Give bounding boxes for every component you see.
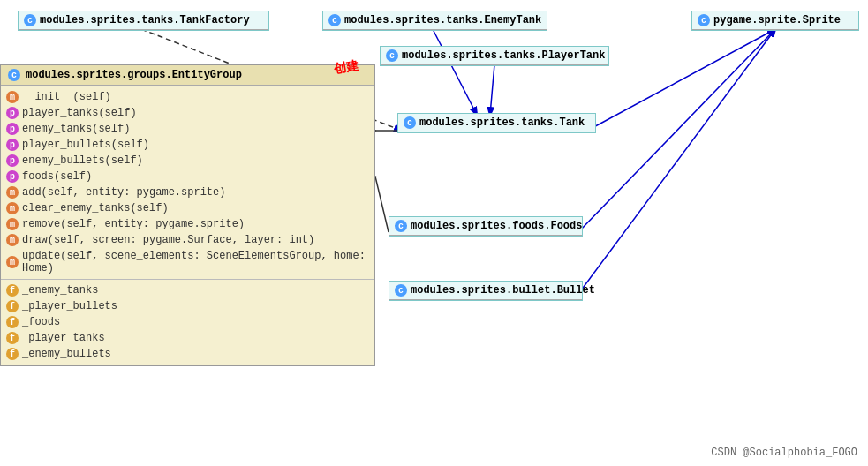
player-tank-header: c modules.sprites.tanks.PlayerTank bbox=[381, 47, 608, 65]
method-badge-add: m bbox=[6, 186, 19, 199]
method-add: m add(self, entity: pygame.sprite) bbox=[1, 184, 374, 200]
enemy-tank-badge: c bbox=[328, 14, 341, 26]
tank-factory-box: c modules.sprites.tanks.TankFactory bbox=[18, 11, 269, 31]
tank-header: c modules.sprites.tanks.Tank bbox=[398, 114, 595, 132]
method-text-clear: clear_enemy_tanks(self) bbox=[22, 202, 169, 214]
field-badge-eb: f bbox=[6, 348, 19, 360]
method-player-bullets: p player_bullets(self) bbox=[1, 137, 374, 153]
svg-line-1 bbox=[433, 29, 477, 115]
field-foods: f _foods bbox=[1, 314, 374, 330]
bullet-header: c modules.sprites.bullet.Bullet bbox=[389, 282, 582, 300]
entity-group-badge: c bbox=[8, 69, 20, 81]
method-badge-update: m bbox=[6, 256, 19, 268]
method-text-init: __init__(self) bbox=[22, 91, 111, 103]
sprite-box: c pygame.sprite.Sprite bbox=[691, 11, 859, 31]
foods-name: modules.sprites.foods.Foods bbox=[411, 220, 582, 232]
method-update: m update(self, scene_elements: SceneElem… bbox=[1, 248, 374, 276]
method-badge-clear: m bbox=[6, 202, 19, 214]
method-text-update: update(self, scene_elements: SceneElemen… bbox=[22, 250, 369, 274]
method-text-remove: remove(self, entity: pygame.sprite) bbox=[22, 218, 245, 230]
diagram-container: c modules.sprites.tanks.TankFactory c mo… bbox=[0, 0, 868, 466]
method-badge-et: p bbox=[6, 123, 19, 135]
tank-box: c modules.sprites.tanks.Tank bbox=[397, 113, 596, 133]
field-text-et: _enemy_tanks bbox=[22, 284, 98, 297]
foods-header: c modules.sprites.foods.Foods bbox=[389, 217, 582, 236]
method-badge-remove: m bbox=[6, 218, 19, 230]
method-badge-init: m bbox=[6, 91, 19, 103]
tank-badge: c bbox=[404, 116, 416, 129]
method-badge-foods: p bbox=[6, 170, 19, 183]
method-enemy-tanks: p enemy_tanks(self) bbox=[1, 121, 374, 137]
entity-group-header: c modules.sprites.groups.EntityGroup bbox=[1, 65, 374, 86]
method-text-pb: player_bullets(self) bbox=[22, 139, 149, 151]
entity-group-body: m __init__(self) p player_tanks(self) p … bbox=[1, 86, 374, 365]
bullet-name: modules.sprites.bullet.Bullet bbox=[411, 284, 595, 297]
field-text-pb: _player_bullets bbox=[22, 300, 117, 312]
field-badge-pb: f bbox=[6, 300, 19, 312]
player-tank-name: modules.sprites.tanks.PlayerTank bbox=[402, 49, 605, 62]
foods-badge: c bbox=[395, 220, 407, 232]
bullet-badge: c bbox=[395, 284, 407, 297]
method-text-foods: foods(self) bbox=[22, 170, 92, 183]
svg-line-3 bbox=[587, 29, 775, 131]
player-tank-box: c modules.sprites.tanks.PlayerTank bbox=[380, 46, 609, 66]
method-player-tanks: p player_tanks(self) bbox=[1, 105, 374, 121]
tank-factory-name: modules.sprites.tanks.TankFactory bbox=[40, 14, 250, 26]
entity-group-box: c modules.sprites.groups.EntityGroup m _… bbox=[0, 64, 375, 366]
method-enemy-bullets: p enemy_bullets(self) bbox=[1, 153, 374, 169]
entity-group-name: modules.sprites.groups.EntityGroup bbox=[26, 69, 242, 81]
method-text-pt: player_tanks(self) bbox=[22, 107, 137, 119]
svg-line-2 bbox=[490, 64, 494, 115]
sprite-name: pygame.sprite.Sprite bbox=[713, 14, 841, 26]
svg-line-5 bbox=[578, 29, 775, 294]
method-badge-pb: p bbox=[6, 139, 19, 151]
method-badge-pt: p bbox=[6, 107, 19, 119]
sprite-header: c pygame.sprite.Sprite bbox=[692, 11, 858, 30]
bullet-box: c modules.sprites.bullet.Bullet bbox=[389, 281, 583, 301]
separator bbox=[1, 279, 374, 280]
field-player-tanks: f _player_tanks bbox=[1, 330, 374, 346]
enemy-tank-name: modules.sprites.tanks.EnemyTank bbox=[344, 14, 541, 26]
tank-factory-badge: c bbox=[24, 14, 36, 26]
field-text-pt: _player_tanks bbox=[22, 332, 105, 344]
field-text-eb: _enemy_bullets bbox=[22, 348, 111, 360]
method-text-eb: enemy_bullets(self) bbox=[22, 154, 143, 167]
watermark: CSDN @Socialphobia_FOGO bbox=[711, 447, 857, 459]
method-badge-draw: m bbox=[6, 234, 19, 246]
method-draw: m draw(self, screen: pygame.Surface, lay… bbox=[1, 232, 374, 248]
method-init: m __init__(self) bbox=[1, 89, 374, 105]
field-player-bullets: f _player_bullets bbox=[1, 298, 374, 314]
field-text-foods: _foods bbox=[22, 316, 60, 328]
sprite-badge: c bbox=[698, 14, 710, 26]
field-badge-foods: f bbox=[6, 316, 19, 328]
method-text-add: add(self, entity: pygame.sprite) bbox=[22, 186, 225, 199]
foods-box: c modules.sprites.foods.Foods bbox=[389, 216, 583, 237]
field-badge-pt: f bbox=[6, 332, 19, 344]
method-text-draw: draw(self, screen: pygame.Surface, layer… bbox=[22, 234, 314, 246]
method-foods: p foods(self) bbox=[1, 169, 374, 184]
player-tank-badge: c bbox=[386, 49, 398, 62]
svg-line-9 bbox=[375, 177, 389, 232]
field-badge-et: f bbox=[6, 284, 19, 297]
method-badge-eb: p bbox=[6, 154, 19, 167]
tank-name: modules.sprites.tanks.Tank bbox=[419, 116, 585, 129]
field-enemy-bullets: f _enemy_bullets bbox=[1, 346, 374, 362]
enemy-tank-box: c modules.sprites.tanks.EnemyTank bbox=[322, 11, 547, 31]
method-remove: m remove(self, entity: pygame.sprite) bbox=[1, 216, 374, 232]
tank-factory-header: c modules.sprites.tanks.TankFactory bbox=[19, 11, 268, 30]
field-enemy-tanks: f _enemy_tanks bbox=[1, 282, 374, 298]
method-clear: m clear_enemy_tanks(self) bbox=[1, 200, 374, 216]
enemy-tank-header: c modules.sprites.tanks.EnemyTank bbox=[323, 11, 547, 30]
method-text-et: enemy_tanks(self) bbox=[22, 123, 130, 135]
